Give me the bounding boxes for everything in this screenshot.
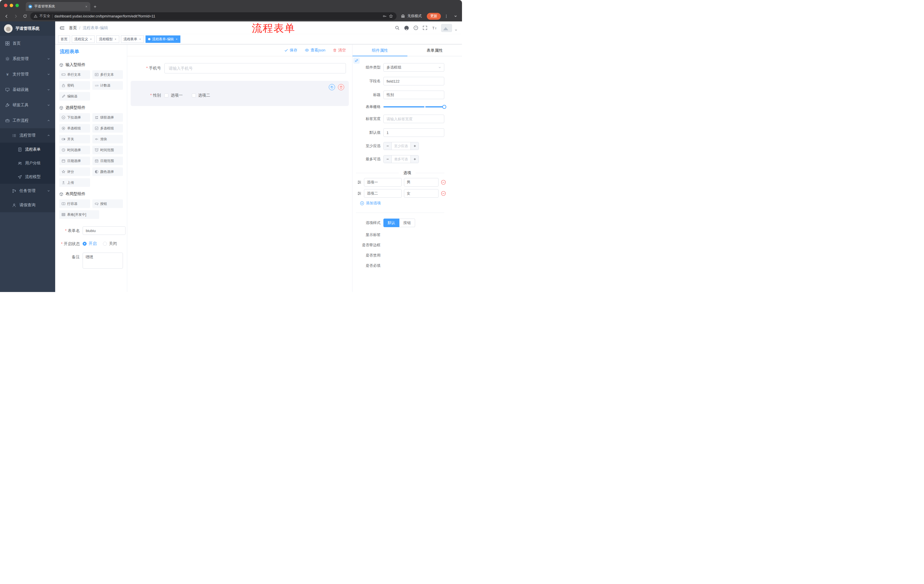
browser-tab[interactable]: 芋道管理系统 (26, 2, 90, 11)
tag-home[interactable]: 首页 (58, 35, 70, 43)
sidebar-item-system[interactable]: 系统管理 (0, 51, 55, 67)
title-input[interactable] (383, 90, 444, 99)
palette-item-multi-text[interactable]: 多行文本 (92, 70, 123, 79)
option-label-input[interactable] (364, 178, 402, 187)
collapse-sidebar-icon[interactable] (60, 25, 65, 31)
remove-option-button[interactable] (441, 180, 446, 185)
tag-close-icon[interactable] (175, 38, 178, 40)
phone-input[interactable] (164, 63, 346, 73)
password-key-icon[interactable] (383, 14, 387, 18)
help-icon[interactable]: ? (413, 25, 418, 30)
tag-close-icon[interactable] (90, 38, 92, 40)
sidebar-item-payment[interactable]: ¥ 支付管理 (0, 67, 55, 82)
slider-handle[interactable] (442, 105, 446, 109)
delete-component-button[interactable] (338, 84, 344, 90)
palette-item-time-range[interactable]: 时间范围 (92, 146, 123, 154)
palette-item-date-picker[interactable]: 日期选择 (59, 156, 90, 165)
style-default-button[interactable]: 默认 (383, 219, 399, 227)
radio-status-on[interactable]: 开启 (82, 241, 97, 246)
palette-item-button[interactable]: 按钮 (92, 199, 123, 208)
tag-process-model[interactable]: 流程模型 (96, 35, 119, 43)
sidebar-item-task-mgmt[interactable]: 任务管理 (0, 184, 55, 198)
user-avatar[interactable] (441, 24, 452, 32)
sidebar-item-process-model[interactable]: 流程模型 (0, 170, 55, 184)
drag-handle-icon[interactable] (357, 191, 361, 196)
palette-item-time-picker[interactable]: 时间选择 (59, 146, 90, 154)
search-icon[interactable] (395, 25, 400, 30)
palette-item-upload[interactable]: 上传 (59, 178, 90, 187)
palette-item-date-range[interactable]: 日期范围 (92, 156, 123, 165)
drag-handle-icon[interactable] (357, 180, 361, 184)
forward-icon[interactable] (12, 13, 20, 20)
default-value-input[interactable] (383, 128, 444, 137)
sidebar-item-process-form[interactable]: 流程表单 (0, 143, 55, 156)
min-select-input[interactable] (392, 142, 411, 150)
back-icon[interactable] (3, 13, 10, 20)
tag-close-icon[interactable] (139, 38, 141, 40)
form-remark-textarea[interactable]: 嘿嘿 (82, 253, 123, 268)
checkbox-option-1[interactable]: 选项一 (164, 93, 183, 98)
zoom-window-button[interactable] (15, 4, 19, 7)
form-grid-slider[interactable] (383, 106, 444, 107)
component-type-select[interactable]: 多选框组 (383, 63, 444, 72)
decrease-button[interactable] (384, 155, 392, 163)
palette-item-counter[interactable]: 123 计数器 (92, 81, 123, 90)
radio-status-off[interactable]: 关闭 (103, 241, 117, 246)
palette-item-table-dev[interactable]: 表格[开发中] (59, 210, 99, 219)
increase-button[interactable] (411, 155, 419, 163)
palette-item-select[interactable]: 下拉选择 (59, 113, 90, 122)
tag-process-form[interactable]: 流程表单 (121, 35, 144, 43)
github-icon[interactable] (404, 25, 409, 31)
reload-icon[interactable] (21, 13, 29, 20)
update-button[interactable]: 更新 (427, 13, 441, 20)
palette-item-password[interactable]: 密码 (59, 81, 90, 90)
copy-component-button[interactable] (329, 84, 335, 90)
palette-item-radio-group[interactable]: 单选框组 (59, 124, 90, 133)
address-bar[interactable]: 不安全 dashboard.yudao.iocoder.cn/bpm/manag… (30, 12, 396, 20)
remove-option-button[interactable] (441, 191, 446, 196)
canvas-field-gender-selected[interactable]: 性别 选项一 选项二 (130, 81, 349, 106)
sidebar-item-infra[interactable]: 基础设施 (0, 82, 55, 97)
browser-menu-icon[interactable] (442, 13, 450, 20)
bookmark-star-icon[interactable] (389, 14, 393, 18)
palette-item-color-picker[interactable]: 颜色选择 (92, 168, 123, 176)
avatar-caret-icon[interactable] (455, 29, 457, 31)
close-window-button[interactable] (4, 4, 7, 7)
checkbox-option-2[interactable]: 选项二 (192, 93, 210, 98)
fullscreen-icon[interactable] (422, 25, 427, 30)
sidebar-item-user-group[interactable]: 用户分组 (0, 156, 55, 170)
clear-button[interactable]: 清空 (333, 48, 346, 53)
palette-item-single-text[interactable]: 单行文本 (59, 70, 90, 79)
sidebar-item-workflow[interactable]: 工作流程 (0, 113, 55, 128)
option-value-input[interactable] (404, 178, 439, 187)
save-button[interactable]: 保存 (284, 48, 297, 53)
palette-item-cascader[interactable]: 级联选择 (92, 113, 123, 122)
link-icon[interactable] (353, 58, 360, 64)
sidebar-item-home[interactable]: 首页 (0, 36, 55, 51)
decrease-button[interactable] (384, 142, 392, 150)
profile-chevron-icon[interactable] (452, 13, 459, 20)
option-label-input[interactable] (364, 189, 402, 198)
canvas-field-phone[interactable]: 手机号 (130, 59, 349, 77)
increase-button[interactable] (411, 142, 419, 150)
new-tab-button[interactable] (93, 5, 97, 8)
sidebar-item-leave-query[interactable]: 请假查询 (0, 198, 55, 212)
view-json-button[interactable]: 查看json (305, 48, 325, 53)
palette-item-rate[interactable]: 评分 (59, 168, 90, 176)
tag-close-icon[interactable] (114, 38, 117, 40)
sidebar-item-process-mgmt[interactable]: 流程管理 (0, 128, 55, 143)
palette-item-switch[interactable]: 开关 (59, 135, 90, 143)
max-select-input[interactable] (392, 155, 411, 163)
label-width-input[interactable] (383, 115, 444, 123)
option-value-input[interactable] (404, 189, 439, 198)
field-name-input[interactable] (383, 77, 444, 86)
tag-process-definition[interactable]: 流程定义 (72, 35, 95, 43)
sidebar-item-devtools[interactable]: 研发工具 (0, 97, 55, 113)
font-size-icon[interactable]: TT (432, 26, 437, 30)
palette-item-slider[interactable]: 滑块 (92, 135, 123, 143)
tab-close-icon[interactable] (85, 5, 88, 8)
palette-item-editor[interactable]: 编辑器 (59, 92, 90, 100)
form-name-input[interactable] (82, 226, 125, 235)
palette-item-row-container[interactable]: 行容器 (59, 199, 90, 208)
palette-item-checkbox-group[interactable]: 多选框组 (92, 124, 123, 133)
